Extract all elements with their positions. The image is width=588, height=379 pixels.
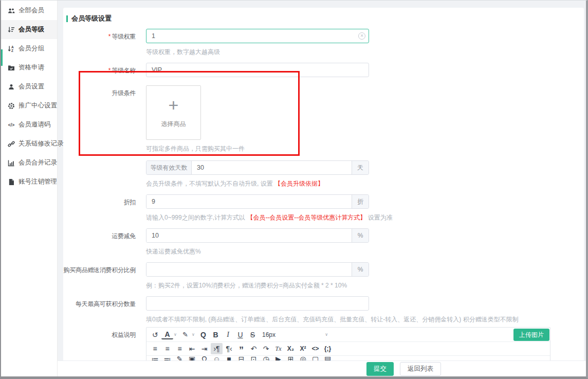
field-help: 请输入0~999之间的数字,计算方式以 【会员--会员设置--会员等级优惠计算方… bbox=[146, 213, 393, 222]
unit-day: 天 bbox=[352, 161, 369, 174]
field-discount: 折扣 折 请输入0~999之间的数字,计算方式以 【会员--会员设置--会员等级… bbox=[63, 194, 584, 222]
sidebar-item-relation-log[interactable]: 关系链修改记录 bbox=[1, 134, 57, 153]
toolbar-icon[interactable]: A bbox=[161, 330, 173, 339]
folder-check-icon bbox=[8, 64, 15, 71]
svg-text:</>: </> bbox=[8, 122, 14, 128]
submit-button[interactable]: 提交 bbox=[366, 362, 394, 376]
font-size-dropdown[interactable]: 16px∨ bbox=[262, 329, 328, 340]
required-mark: * bbox=[108, 33, 111, 40]
toolbar-icon[interactable]: <> bbox=[309, 343, 321, 354]
toolbar-icon[interactable]: ≡ bbox=[149, 343, 161, 354]
toolbar-icon[interactable]: ↶ bbox=[248, 343, 260, 354]
sidebar-item-merge-log[interactable]: 会员合并记录 bbox=[1, 153, 57, 172]
sidebar-item-label: 关系链修改记录 bbox=[19, 139, 64, 148]
toolbar-icon[interactable]: Q bbox=[197, 329, 209, 340]
toolbar-icon[interactable]: ≡ bbox=[161, 343, 173, 354]
toolbar-icon[interactable]: ¶‹ bbox=[223, 343, 235, 354]
required-mark: * bbox=[108, 67, 111, 74]
toolbar-icon[interactable]: ∨ bbox=[173, 329, 178, 340]
svg-text:Z: Z bbox=[11, 49, 13, 52]
field-help: 等级权重，数字越大越高级 bbox=[146, 48, 369, 57]
sidebar-item-label: 会员邀请码 bbox=[19, 120, 51, 129]
file-icon bbox=[8, 178, 15, 186]
toolbar-row-1: ↺A∨✎∨QBIUS16px∨ bbox=[146, 328, 550, 342]
valid-days-prepend: 等级有效天数 bbox=[146, 161, 192, 174]
plus-icon: + bbox=[169, 97, 179, 113]
sidebar-item-label: 资格申请 bbox=[19, 63, 44, 72]
field-shipping-discount: 运费减免 % 快递运费减免优惠% bbox=[63, 228, 584, 256]
chart-icon bbox=[8, 159, 15, 167]
sidebar-item-member-settings[interactable]: 会员设置 bbox=[1, 77, 57, 96]
footer-action-bar: 提交 返回列表 bbox=[58, 360, 586, 376]
toolbar-icon[interactable]: X₂ bbox=[285, 343, 297, 354]
valid-days-input[interactable] bbox=[192, 161, 352, 174]
toolbar-row-2: ≡≡≡⇤⇥›¶¶‹”↶↷TxX₂X²<>{;} bbox=[146, 341, 550, 356]
upgrade-basis-link[interactable]: 【会员升级依据】 bbox=[274, 180, 324, 187]
clear-icon[interactable]: ✕ bbox=[358, 32, 365, 40]
unit-percent: % bbox=[352, 229, 369, 242]
sidebar-item-member-group[interactable]: AZ 会员分组 bbox=[1, 39, 57, 58]
sidebar-item-label: 账号注销管理 bbox=[19, 177, 57, 186]
title-accent-bar bbox=[66, 15, 68, 22]
level-name-input[interactable] bbox=[146, 63, 369, 77]
code-icon: </> bbox=[8, 121, 15, 129]
discount-calc-link[interactable]: 【会员--会员设置--会员等级优惠计算方式】 bbox=[247, 214, 366, 221]
gear-icon bbox=[8, 102, 15, 110]
shipping-input[interactable] bbox=[146, 229, 352, 242]
sidebar-item-label: 会员设置 bbox=[19, 82, 44, 91]
toolbar-icon[interactable]: ≡ bbox=[174, 343, 186, 354]
field-points-ratio: 购买商品赠送消费积分比例 % 例：购买2件，设置10%消费积分，赠送消费积分=商… bbox=[63, 262, 584, 290]
daily-points-input[interactable] bbox=[146, 296, 369, 311]
rich-text-editor: 上传图片 ↺A∨✎∨QBIUS16px∨ ≡≡≡⇤⇥›¶¶‹”↶↷TxX₂X²<… bbox=[146, 327, 550, 362]
sidebar-item-account-cancel[interactable]: 账号注销管理 bbox=[1, 172, 57, 191]
back-to-list-button[interactable]: 返回列表 bbox=[400, 362, 441, 376]
sort-alpha-icon: AZ bbox=[8, 45, 15, 52]
toolbar-icon[interactable]: X² bbox=[297, 343, 309, 354]
unit-zhe: 折 bbox=[352, 195, 369, 208]
sidebar-item-all-members[interactable]: 全部会员 bbox=[1, 1, 57, 20]
toolbar-icon[interactable]: ⇥ bbox=[198, 343, 210, 354]
page-title: 会员等级设置 bbox=[66, 14, 584, 23]
field-upgrade-condition: 升级条件 + 选择商品 可指定多件商品，只需购买其中一件 bbox=[63, 85, 584, 153]
sidebar-item-member-level[interactable]: 会员等级 bbox=[1, 20, 57, 39]
discount-input[interactable] bbox=[146, 195, 352, 208]
toolbar-icon[interactable]: ↷ bbox=[260, 343, 272, 354]
toolbar-icon[interactable]: B bbox=[210, 329, 222, 340]
field-daily-points: 每天最高可获积分数量 填0或者不填即不限制, (商品赠送、订单赠送、后台充值、充… bbox=[63, 296, 584, 324]
toolbar-icon[interactable]: ↺ bbox=[149, 329, 161, 340]
sidebar-item-label: 会员分组 bbox=[19, 44, 44, 53]
sidebar-item-qualification[interactable]: 资格申请 bbox=[1, 58, 57, 77]
field-help: 填0或者不填即不限制, (商品赠送、订单赠送、后台充值、充值码充值、批量充值、转… bbox=[146, 315, 519, 324]
toolbar-icon[interactable]: S bbox=[247, 329, 259, 340]
field-level-name: *等级名称 bbox=[63, 63, 584, 77]
sidebar-item-label: 会员合并记录 bbox=[19, 158, 57, 167]
toolbar-icon[interactable]: Tx bbox=[272, 343, 284, 354]
level-weight-input[interactable] bbox=[146, 29, 369, 43]
field-valid-days: 等级有效天数 天 会员升级条件，不填写默认为不自动升级, 设置 【会员升级依据】 bbox=[63, 160, 584, 188]
toolbar-icon[interactable]: {;} bbox=[322, 343, 334, 354]
sidebar-item-label: 全部会员 bbox=[19, 6, 44, 15]
toolbar-icon[interactable]: ›¶ bbox=[211, 343, 223, 354]
users-icon bbox=[8, 7, 15, 14]
toolbar-icon[interactable]: ” bbox=[235, 343, 247, 354]
chevron-down-icon: ∨ bbox=[325, 332, 328, 337]
field-benefits: 权益说明 上传图片 ↺A∨✎∨QBIUS16px∨ ≡≡≡⇤⇥›¶¶‹”↶↷Tx… bbox=[63, 327, 584, 362]
field-help: 会员升级条件，不填写默认为不自动升级, 设置 【会员升级依据】 bbox=[146, 179, 369, 188]
app-window: 全部会员 会员等级 AZ 会员分组 资格申请 会员设置 推广中心设置 </> 会… bbox=[0, 0, 588, 379]
toolbar-icon[interactable]: ✎ bbox=[179, 329, 191, 340]
toolbar-icon[interactable]: U bbox=[234, 329, 246, 340]
toolbar-icon[interactable]: ∨ bbox=[191, 329, 196, 340]
sidebar-item-invite-code[interactable]: </> 会员邀请码 bbox=[1, 115, 57, 134]
field-level-weight: *等级权重 ✕ 等级权重，数字越大越高级 bbox=[63, 29, 584, 57]
sidebar-item-label: 会员等级 bbox=[19, 25, 44, 34]
link-icon bbox=[8, 140, 15, 148]
outer-nav-active-indicator bbox=[1, 49, 3, 66]
toolbar-icon[interactable]: I bbox=[222, 329, 234, 340]
points-ratio-input[interactable] bbox=[146, 263, 352, 276]
sidebar-item-promotion-settings[interactable]: 推广中心设置 bbox=[1, 96, 57, 115]
user-icon bbox=[8, 83, 15, 91]
select-goods-picker[interactable]: + 选择商品 bbox=[146, 85, 201, 140]
upload-image-button[interactable]: 上传图片 bbox=[513, 329, 549, 341]
form-card: 会员等级设置 *等级权重 ✕ 等级权重，数字越大越高级 *等级名称 bbox=[63, 8, 584, 376]
toolbar-icon[interactable]: ⇤ bbox=[186, 343, 198, 354]
